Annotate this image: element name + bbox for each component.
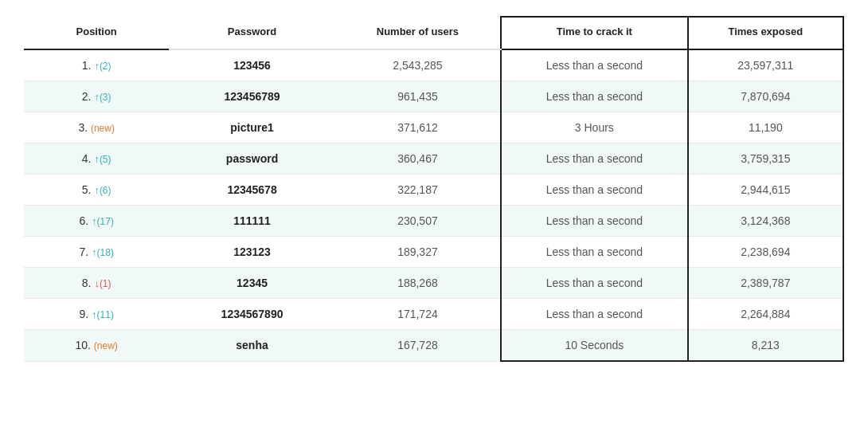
users-cell: 360,467 (335, 143, 501, 175)
rank-change: (2) (100, 61, 111, 72)
crack-time-cell: Less than a second (501, 49, 687, 81)
col-header-crack-time: Time to crack it (501, 17, 687, 49)
rank-cell: 7. ↑(18) (24, 237, 169, 268)
table-row: 8. ↓(1) 12345 188,268 Less than a second… (24, 268, 843, 299)
rank-cell: 1. ↑(2) (24, 49, 169, 81)
exposed-cell: 3,759,315 (688, 143, 843, 175)
users-cell: 167,728 (335, 330, 501, 362)
exposed-cell: 2,264,884 (688, 299, 843, 330)
rank-change: (17) (97, 216, 114, 227)
rank-change: (6) (100, 185, 111, 196)
crack-time-cell: Less than a second (501, 206, 687, 237)
rank-cell: 3. (new) (24, 112, 169, 143)
rank-cell: 6. ↑(17) (24, 206, 169, 237)
users-cell: 188,268 (335, 268, 501, 299)
password-cell: 12345 (169, 268, 334, 299)
users-cell: 322,187 (335, 175, 501, 206)
users-cell: 189,327 (335, 237, 501, 268)
crack-time-cell: Less than a second (501, 81, 687, 112)
exposed-cell: 23,597,311 (688, 49, 843, 81)
table-row: 2. ↑(3) 123456789 961,435 Less than a se… (24, 81, 843, 112)
rank-change: (new) (91, 123, 115, 134)
exposed-cell: 8,213 (688, 330, 843, 362)
password-cell: 111111 (169, 206, 334, 237)
rank-change: (11) (97, 309, 114, 320)
users-cell: 2,543,285 (335, 49, 501, 81)
rank-change: (new) (94, 340, 118, 351)
password-cell: 123123 (169, 237, 334, 268)
crack-time-cell: Less than a second (501, 237, 687, 268)
exposed-cell: 2,944,615 (688, 175, 843, 206)
rank-change: (5) (100, 154, 111, 165)
exposed-cell: 3,124,368 (688, 206, 843, 237)
exposed-cell: 7,870,694 (688, 81, 843, 112)
password-cell: password (169, 143, 334, 175)
password-cell: 1234567890 (169, 299, 334, 330)
rank-cell: 5. ↑(6) (24, 175, 169, 206)
crack-time-cell: Less than a second (501, 268, 687, 299)
crack-time-cell: Less than a second (501, 143, 687, 175)
rank-change: (3) (100, 92, 111, 103)
table-container: Position Password Number of users Time t… (0, 0, 868, 378)
crack-time-cell: 3 Hours (501, 112, 687, 143)
col-header-users: Number of users (335, 17, 501, 49)
rank-cell: 9. ↑(11) (24, 299, 169, 330)
users-cell: 171,724 (335, 299, 501, 330)
table-row: 5. ↑(6) 12345678 322,187 Less than a sec… (24, 175, 843, 206)
col-header-password: Password (169, 17, 334, 49)
password-cell: 123456 (169, 49, 334, 81)
table-row: 7. ↑(18) 123123 189,327 Less than a seco… (24, 237, 843, 268)
password-cell: picture1 (169, 112, 334, 143)
users-cell: 230,507 (335, 206, 501, 237)
table-row: 6. ↑(17) 111111 230,507 Less than a seco… (24, 206, 843, 237)
table-row: 4. ↑(5) password 360,467 Less than a sec… (24, 143, 843, 175)
col-header-exposed: Times exposed (688, 17, 843, 49)
crack-time-cell: Less than a second (501, 175, 687, 206)
users-cell: 961,435 (335, 81, 501, 112)
password-cell: 123456789 (169, 81, 334, 112)
exposed-cell: 2,238,694 (688, 237, 843, 268)
table-row: 3. (new) picture1 371,612 3 Hours 11,190 (24, 112, 843, 143)
passwords-table: Position Password Number of users Time t… (24, 16, 844, 362)
exposed-cell: 2,389,787 (688, 268, 843, 299)
users-cell: 371,612 (335, 112, 501, 143)
table-row: 1. ↑(2) 123456 2,543,285 Less than a sec… (24, 49, 843, 81)
password-cell: senha (169, 330, 334, 362)
rank-change: (1) (100, 278, 111, 289)
rank-change: (18) (97, 247, 114, 258)
table-row: 10. (new) senha 167,728 10 Seconds 8,213 (24, 330, 843, 362)
table-row: 9. ↑(11) 1234567890 171,724 Less than a … (24, 299, 843, 330)
rank-cell: 4. ↑(5) (24, 143, 169, 175)
rank-cell: 2. ↑(3) (24, 81, 169, 112)
exposed-cell: 11,190 (688, 112, 843, 143)
rank-cell: 8. ↓(1) (24, 268, 169, 299)
rank-cell: 10. (new) (24, 330, 169, 362)
col-header-position: Position (24, 17, 169, 49)
password-cell: 12345678 (169, 175, 334, 206)
crack-time-cell: Less than a second (501, 299, 687, 330)
crack-time-cell: 10 Seconds (501, 330, 687, 362)
